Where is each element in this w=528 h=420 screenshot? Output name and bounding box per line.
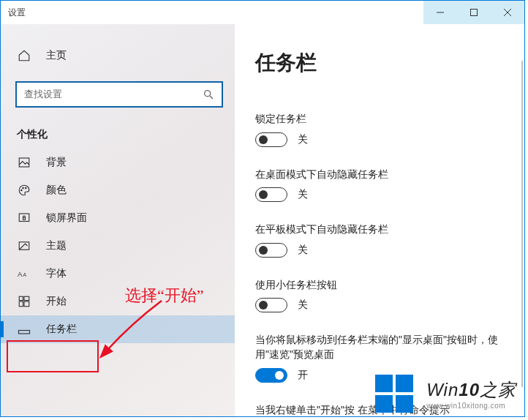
lockscreen-icon: [17, 211, 31, 225]
maximize-button[interactable]: [457, 1, 491, 24]
home-button[interactable]: 主页: [1, 45, 235, 67]
sidebar-item-label: 字体: [46, 267, 67, 280]
sidebar-item-label: 主题: [46, 239, 67, 252]
sidebar-item-colors[interactable]: 颜色: [1, 176, 235, 204]
window-title: 设置: [1, 1, 423, 24]
svg-point-8: [23, 187, 24, 189]
svg-rect-18: [24, 301, 29, 307]
sidebar-section-title: 个性化: [1, 108, 235, 149]
svg-rect-17: [19, 301, 23, 307]
themes-icon: [17, 239, 31, 252]
watermark-text: Win10之家 www.win10xitong.com: [426, 378, 516, 410]
svg-point-9: [26, 187, 27, 189]
sidebar-item-lockscreen[interactable]: 锁屏界面: [1, 204, 235, 232]
start-icon: [17, 295, 31, 308]
sidebar-item-label: 背景: [46, 156, 67, 169]
setting-label: 在桌面模式下自动隐藏任务栏: [255, 168, 511, 182]
sidebar-item-label: 颜色: [46, 184, 67, 197]
toggle-switch[interactable]: [255, 368, 287, 383]
setting-label: 在平板模式下自动隐藏任务栏: [255, 222, 511, 237]
toggle-switch[interactable]: [255, 298, 287, 312]
toggle-switch[interactable]: [255, 187, 287, 202]
annotation-box: [7, 340, 99, 372]
svg-text:A: A: [23, 272, 27, 277]
sidebar-item-label: 任务栏: [46, 323, 77, 336]
toggle-state: 开: [298, 369, 308, 382]
sidebar-item-taskbar[interactable]: 任务栏: [1, 315, 235, 343]
setting-autohide-desktop: 在桌面模式下自动隐藏任务栏 关: [255, 168, 511, 203]
sidebar-item-label: 开始: [46, 295, 67, 308]
window-body: 主页 查找设置 个性化 背景 颜色 锁屏界面 主题: [1, 24, 524, 416]
close-button[interactable]: [491, 1, 524, 24]
sidebar-item-background[interactable]: 背景: [1, 149, 235, 176]
search-placeholder: 查找设置: [24, 88, 203, 101]
setting-lock-taskbar: 锁定任务栏 关: [255, 112, 511, 147]
image-icon: [17, 156, 31, 169]
minimize-button[interactable]: [423, 1, 457, 24]
svg-rect-15: [19, 296, 23, 300]
search-icon: [203, 89, 214, 100]
setting-label: 当你将鼠标移动到任务栏末端的"显示桌面"按钮时，使用"速览"预览桌面: [255, 333, 511, 361]
svg-text:A: A: [18, 270, 23, 278]
home-label: 主页: [46, 49, 67, 62]
svg-rect-19: [19, 331, 30, 334]
home-icon: [17, 49, 31, 62]
svg-line-5: [210, 96, 213, 99]
svg-rect-11: [23, 217, 26, 220]
toggle-state: 关: [298, 244, 308, 257]
main-content: 任务栏 锁定任务栏 关 在桌面模式下自动隐藏任务栏 关 在平板模式下自动隐藏任务…: [235, 24, 524, 416]
watermark: Win10之家 www.win10xitong.com: [375, 375, 516, 413]
annotation-text: 选择“开始”: [125, 285, 204, 307]
scrollbar[interactable]: [521, 61, 523, 387]
setting-label: 使用小任务栏按钮: [255, 278, 511, 293]
svg-rect-16: [24, 296, 29, 300]
titlebar: 设置: [1, 1, 524, 24]
sidebar-item-fonts[interactable]: AA 字体: [1, 260, 235, 288]
font-icon: AA: [17, 269, 31, 279]
toggle-state: 关: [298, 188, 308, 201]
toggle-state: 关: [298, 299, 308, 312]
search-input[interactable]: 查找设置: [15, 81, 223, 108]
page-title: 任务栏: [255, 49, 511, 77]
toggle-switch[interactable]: [255, 132, 287, 147]
svg-point-7: [21, 190, 23, 191]
svg-point-4: [205, 91, 211, 97]
toggle-switch[interactable]: [255, 243, 287, 258]
setting-label: 锁定任务栏: [255, 112, 511, 127]
settings-window: 设置 主页 查找设置 个性化 背景 颜色: [0, 0, 525, 417]
sidebar-item-label: 锁屏界面: [46, 211, 87, 225]
sidebar-item-themes[interactable]: 主题: [1, 232, 235, 260]
palette-icon: [17, 184, 31, 197]
windows-logo-icon: [375, 375, 413, 413]
toggle-state: 关: [298, 133, 308, 146]
svg-rect-1: [471, 10, 478, 16]
taskbar-icon: [17, 323, 31, 336]
sidebar: 主页 查找设置 个性化 背景 颜色 锁屏界面 主题: [1, 24, 235, 416]
setting-autohide-tablet: 在平板模式下自动隐藏任务栏 关: [255, 222, 511, 258]
setting-small-buttons: 使用小任务栏按钮 关: [255, 278, 511, 313]
